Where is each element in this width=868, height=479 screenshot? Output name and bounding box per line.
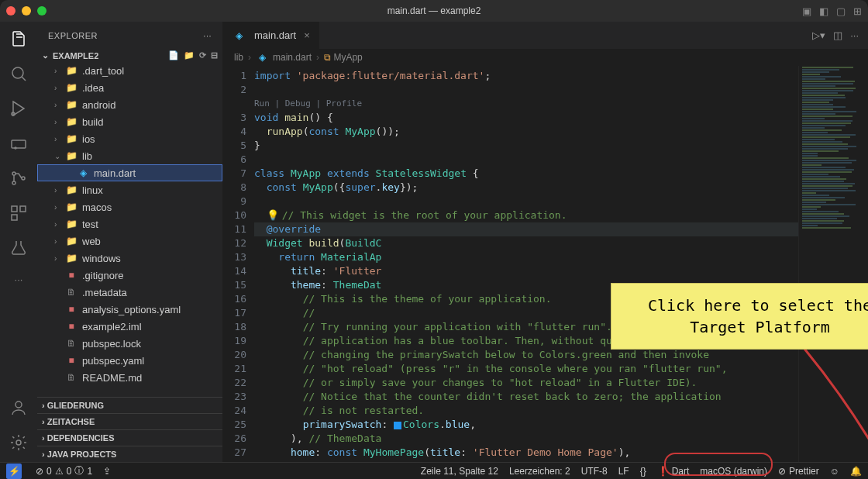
folder-build[interactable]: ›📁build [37, 113, 222, 130]
status-bar: ⚡ ⊘0 ⚠0 ⓘ1 ⇪ Zeile 11, Spalte 12 Leerzei… [0, 462, 868, 479]
section-java projects[interactable]: › JAVA PROJECTS [37, 446, 222, 462]
extensions-icon[interactable] [9, 204, 28, 225]
folder-ios[interactable]: ›📁ios [37, 130, 222, 147]
split-editor-icon[interactable]: ◫ [833, 29, 842, 41]
indentation[interactable]: Leerzeichen: 2 [509, 466, 570, 477]
titlebar: main.dart — example2 ▣ ◧ ▢ ⊞ [0, 0, 868, 22]
testing-icon[interactable] [9, 239, 28, 260]
new-folder-icon[interactable]: 📁 [184, 50, 195, 60]
file-README.md[interactable]: 🗎README.md [37, 369, 222, 386]
editor-area: ◈ main.dart × ▷▾ ◫ ··· lib›◈main.dart›⧉ … [223, 22, 868, 462]
docker-icon[interactable] [9, 134, 28, 155]
window-maximize-icon[interactable] [37, 6, 46, 16]
svg-rect-2 [12, 140, 26, 148]
collapse-icon[interactable]: ⊟ [211, 50, 218, 60]
problems-status[interactable]: ⊘0 ⚠0 ⓘ1 [36, 464, 92, 477]
file-example2.iml[interactable]: ■example2.iml [37, 318, 222, 335]
folder-.dart_tool[interactable]: ›📁.dart_tool [37, 62, 222, 79]
remote-icon[interactable]: ⚡ [6, 463, 22, 479]
folder-macos[interactable]: ›📁macos [37, 198, 222, 215]
svg-point-6 [22, 177, 25, 180]
layout-editor-icon[interactable]: ▢ [836, 5, 846, 17]
new-file-icon[interactable]: 📄 [168, 50, 179, 60]
editor-more-icon[interactable]: ··· [850, 29, 859, 41]
explorer-sidebar: EXPLORER ··· ⌄ EXAMPLE2 📄 📁 ⟳ ⊟ ›📁.dart_… [37, 22, 223, 462]
formatter[interactable]: ⊘ Prettier [778, 466, 819, 477]
window-close-icon[interactable] [6, 6, 16, 16]
folder-web[interactable]: ›📁web [37, 233, 222, 250]
window-minimize-icon[interactable] [22, 6, 31, 16]
project-section-header[interactable]: ⌄ EXAMPLE2 📄 📁 ⟳ ⊟ [37, 49, 222, 62]
file-.gitignore[interactable]: ■.gitignore [37, 267, 222, 284]
folder-.idea[interactable]: ›📁.idea [37, 79, 222, 96]
section-zeitachse[interactable]: › ZEITACHSE [37, 413, 222, 429]
section-gliederung[interactable]: › GLIEDERUNG [37, 397, 222, 413]
section-dependencies[interactable]: › DEPENDENCIES [37, 429, 222, 446]
folder-test[interactable]: ›📁test [37, 215, 222, 233]
tab-main-dart[interactable]: ◈ main.dart × [223, 22, 320, 49]
minimap[interactable] [798, 66, 868, 462]
target-platform[interactable]: macOS (darwin) [700, 466, 767, 477]
feedback-icon[interactable]: ☺ [830, 466, 839, 477]
window-title: main.dart — example2 [388, 5, 481, 16]
bell-icon[interactable]: 🔔 [850, 466, 862, 477]
tab-label: main.dart [254, 29, 296, 41]
layout-panel-icon[interactable]: ▣ [802, 5, 811, 17]
close-icon[interactable]: × [304, 29, 310, 41]
file-pubspec.lock[interactable]: 🗎pubspec.lock [37, 335, 222, 352]
layout-sidebar-icon[interactable]: ◧ [819, 5, 828, 17]
breadcrumbs[interactable]: lib›◈main.dart›⧉ MyApp [223, 49, 868, 66]
folder-android[interactable]: ›📁android [37, 96, 222, 113]
settings-gear-icon[interactable] [9, 433, 28, 454]
svg-point-0 [12, 67, 23, 78]
svg-point-11 [16, 440, 21, 445]
account-icon[interactable] [9, 398, 28, 419]
eol[interactable]: LF [618, 466, 629, 477]
annotation-callout: Click here to select the Target Platform [611, 283, 868, 350]
file-pubspec.yaml[interactable]: ■pubspec.yaml [37, 352, 222, 369]
bracket-pair[interactable]: {} [640, 466, 646, 477]
explorer-title: EXPLORER [48, 31, 98, 40]
explorer-more-icon[interactable]: ··· [203, 31, 212, 40]
file-analysis_options.yaml[interactable]: ■analysis_options.yaml [37, 301, 222, 318]
encoding[interactable]: UTF-8 [581, 466, 608, 477]
folder-linux[interactable]: ›📁linux [37, 181, 222, 198]
source-control-icon[interactable] [9, 169, 28, 190]
refresh-icon[interactable]: ⟳ [199, 50, 206, 60]
folder-windows[interactable]: ›📁windows [37, 250, 222, 267]
run-debug-icon[interactable] [9, 99, 28, 120]
explorer-icon[interactable] [9, 29, 28, 50]
ports-icon[interactable]: ⇪ [103, 466, 111, 477]
file-main.dart[interactable]: ◈main.dart [37, 164, 222, 181]
svg-point-10 [16, 401, 22, 408]
code-editor[interactable]: 12 3456789101112131415161718192021222324… [223, 66, 868, 462]
layout-grid-icon[interactable]: ⊞ [853, 5, 862, 17]
svg-rect-7 [12, 206, 17, 212]
svg-rect-9 [12, 215, 17, 220]
dart-file-icon: ◈ [232, 29, 245, 42]
folder-lib[interactable]: ⌄📁lib [37, 147, 222, 164]
more-icon[interactable]: ··· [15, 274, 23, 285]
language-mode[interactable]: ❗Dart [657, 466, 690, 477]
file-.metadata[interactable]: 🗎.metadata [37, 284, 222, 301]
svg-rect-8 [20, 206, 26, 212]
cursor-position[interactable]: Zeile 11, Spalte 12 [421, 466, 498, 477]
svg-point-4 [12, 172, 16, 175]
search-icon[interactable] [9, 64, 28, 85]
file-tree: ›📁.dart_tool›📁.idea›📁android›📁build›📁ios… [37, 62, 222, 397]
svg-point-5 [12, 181, 16, 184]
tab-bar: ◈ main.dart × ▷▾ ◫ ··· [223, 22, 868, 49]
project-name: EXAMPLE2 [53, 51, 98, 60]
run-program-icon[interactable]: ▷▾ [812, 29, 825, 41]
activity-bar: ··· [0, 22, 37, 462]
